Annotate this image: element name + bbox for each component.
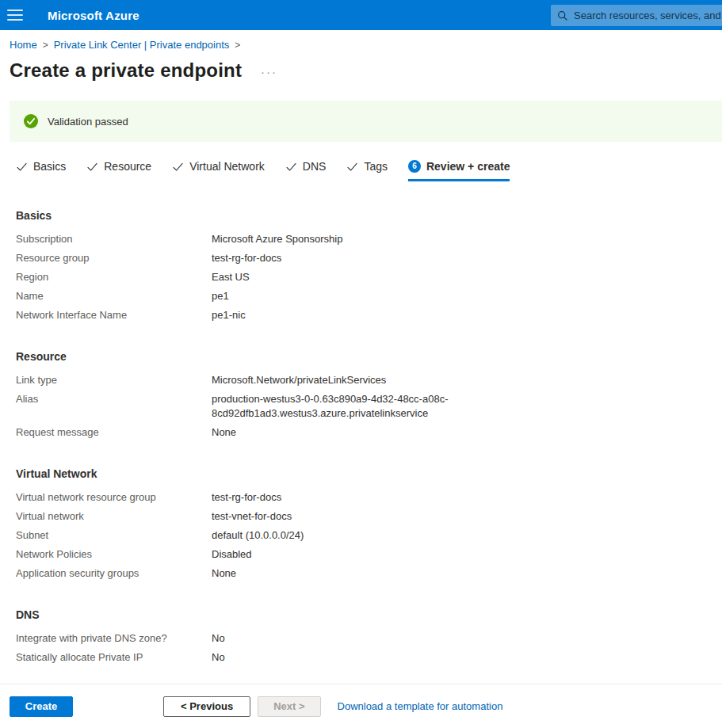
- footer-action-bar: Create < Previous Next > Download a temp…: [0, 684, 722, 728]
- checkmark-icon: [16, 161, 28, 173]
- breadcrumb: Home > Private Link Center | Private end…: [0, 30, 722, 51]
- row-value: No: [212, 650, 225, 665]
- tab-label: Review + create: [426, 160, 510, 173]
- row-value: pe1: [212, 289, 229, 303]
- checkmark-icon: [172, 161, 184, 173]
- validation-message: Validation passed: [48, 116, 128, 128]
- app-title[interactable]: Microsoft Azure: [48, 9, 139, 22]
- row-value: production-westus3-0-0.63c890a9-4d32-48c…: [212, 392, 459, 421]
- review-row: Virtual network test-vnet-for-docs: [16, 507, 722, 526]
- breadcrumb-private-link-center-link[interactable]: Private Link Center | Private endpoints: [54, 39, 230, 51]
- row-value: test-rg-for-docs: [212, 251, 281, 265]
- validation-banner: Validation passed: [10, 101, 722, 142]
- more-options-button[interactable]: ···: [261, 65, 277, 76]
- tab-basics[interactable]: Basics: [16, 160, 66, 181]
- tab-label: Virtual Network: [189, 160, 265, 173]
- row-label: Region: [16, 270, 212, 284]
- row-value: Disabled: [212, 547, 252, 562]
- tab-list: Basics Resource Virtual Network DNS Tags…: [16, 160, 722, 181]
- row-value: No: [212, 631, 225, 646]
- row-value: None: [212, 566, 236, 581]
- row-value: test-rg-for-docs: [212, 490, 281, 505]
- section-dns: DNS Integrate with private DNS zone? No …: [16, 608, 722, 667]
- tab-review-create[interactable]: 6 Review + create: [408, 160, 510, 181]
- tab-label: Resource: [104, 160, 151, 173]
- previous-button[interactable]: < Previous: [163, 696, 250, 717]
- review-content: Basics Subscription Microsoft Azure Spon…: [16, 209, 722, 667]
- section-heading: Basics: [16, 209, 722, 222]
- review-row: Integrate with private DNS zone? No: [16, 629, 722, 648]
- review-row: Name pe1: [16, 287, 722, 306]
- search-input[interactable]: [574, 10, 722, 21]
- tab-virtual-network[interactable]: Virtual Network: [172, 160, 265, 181]
- row-label: Alias: [16, 392, 212, 421]
- row-value: default (10.0.0.0/24): [212, 528, 304, 543]
- row-label: Subnet: [16, 528, 212, 543]
- row-value: Microsoft Azure Sponsorship: [212, 232, 342, 246]
- success-check-icon: [24, 114, 38, 128]
- download-template-link[interactable]: Download a template for automation: [338, 700, 503, 712]
- row-label: Request message: [16, 425, 212, 440]
- tab-dns[interactable]: DNS: [285, 160, 327, 181]
- row-label: Virtual network: [16, 509, 212, 524]
- row-value: test-vnet-for-docs: [212, 509, 292, 524]
- section-heading: Virtual Network: [16, 467, 722, 480]
- review-row: Network Policies Disabled: [16, 545, 722, 564]
- section-basics: Basics Subscription Microsoft Azure Spon…: [16, 209, 722, 325]
- breadcrumb-separator: >: [235, 39, 240, 51]
- review-row: Link type Microsoft.Network/privateLinkS…: [16, 371, 722, 390]
- tab-label: DNS: [303, 160, 327, 173]
- review-row: Subnet default (10.0.0.0/24): [16, 526, 722, 545]
- section-heading: Resource: [16, 350, 722, 363]
- row-label: Integrate with private DNS zone?: [16, 631, 212, 646]
- checkmark-icon: [346, 161, 358, 173]
- row-label: Network Policies: [16, 547, 212, 562]
- tab-resource[interactable]: Resource: [86, 160, 151, 181]
- review-row: Virtual network resource group test-rg-f…: [16, 488, 722, 507]
- row-value: Microsoft.Network/privateLinkServices: [212, 373, 386, 387]
- review-row: Network Interface Name pe1-nic: [16, 306, 722, 325]
- row-value: pe1-nic: [212, 308, 246, 322]
- row-value: None: [212, 425, 236, 440]
- top-bar: Microsoft Azure: [0, 0, 722, 30]
- review-row: Application security groups None: [16, 564, 722, 583]
- section-resource: Resource Link type Microsoft.Network/pri…: [16, 350, 722, 442]
- tab-tags[interactable]: Tags: [346, 160, 388, 181]
- row-label: Link type: [16, 373, 212, 387]
- global-search[interactable]: [551, 5, 722, 26]
- review-row: Region East US: [16, 268, 722, 287]
- search-icon: [557, 10, 568, 21]
- review-row: Request message None: [16, 423, 722, 442]
- create-button[interactable]: Create: [10, 696, 73, 717]
- row-label: Network Interface Name: [16, 308, 212, 322]
- review-row: Resource group test-rg-for-docs: [16, 249, 722, 268]
- section-heading: DNS: [16, 608, 722, 621]
- review-row: Subscription Microsoft Azure Sponsorship: [16, 230, 722, 249]
- breadcrumb-home-link[interactable]: Home: [10, 39, 37, 51]
- checkmark-icon: [285, 161, 297, 173]
- next-button[interactable]: Next >: [258, 696, 320, 717]
- tab-label: Basics: [33, 160, 66, 173]
- row-label: Subscription: [16, 232, 212, 246]
- section-virtual-network: Virtual Network Virtual network resource…: [16, 467, 722, 583]
- breadcrumb-separator: >: [43, 39, 48, 51]
- row-label: Application security groups: [16, 566, 212, 581]
- row-label: Resource group: [16, 251, 212, 265]
- row-label: Virtual network resource group: [16, 490, 212, 505]
- review-row: Statically allocate Private IP No: [16, 648, 722, 667]
- hamburger-menu-icon[interactable]: [7, 10, 23, 21]
- step-number-badge: 6: [408, 160, 421, 173]
- page-title: Create a private endpoint: [10, 59, 242, 82]
- row-label: Statically allocate Private IP: [16, 650, 212, 665]
- checkmark-icon: [86, 161, 98, 173]
- review-row: Alias production-westus3-0-0.63c890a9-4d…: [16, 390, 722, 423]
- tab-label: Tags: [364, 160, 388, 173]
- row-label: Name: [16, 289, 212, 303]
- row-value: East US: [212, 270, 250, 284]
